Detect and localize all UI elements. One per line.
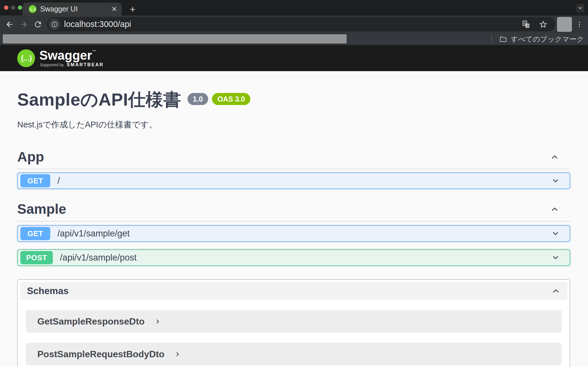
supported-by-text: Supported by: [40, 63, 64, 67]
forward-icon[interactable]: [19, 20, 28, 29]
tab-title: Swagger UI: [40, 5, 111, 13]
method-badge: POST: [20, 251, 53, 264]
tag-name-sample: Sample: [17, 201, 66, 217]
traffic-light-minimize[interactable]: [11, 5, 15, 10]
back-icon[interactable]: [5, 20, 14, 29]
bookmarks-redacted-region: [3, 34, 347, 43]
reload-icon[interactable]: [33, 20, 42, 29]
expand-chevron-down-icon[interactable]: [551, 176, 560, 185]
schemas-title: Schemas: [27, 286, 69, 296]
expand-chevron-down-icon[interactable]: [551, 229, 560, 238]
method-badge: GET: [20, 174, 50, 187]
schema-model-name: GetSampleResponseDto: [37, 316, 144, 327]
smartbear-brand: SMARTBEAR: [67, 62, 104, 67]
bookmark-star-icon[interactable]: [539, 20, 548, 29]
swagger-favicon-icon: {…}: [29, 5, 36, 13]
browser-tab[interactable]: {…} Swagger UI ✕: [22, 3, 122, 15]
new-tab-button[interactable]: +: [127, 3, 138, 15]
schema-model-postsamplerequestbodydto[interactable]: PostSampleRequestBodyDto ›: [26, 343, 562, 365]
browser-tab-strip: {…} Swagger UI ✕ +: [0, 0, 588, 15]
api-info-block: SampleのAPI仕様書 1.0 OAS 3.0 Nest.jsで作成したAP…: [17, 71, 570, 131]
traffic-light-close[interactable]: [4, 5, 8, 10]
operation-post-sample[interactable]: POST /api/v1/sample/post: [17, 249, 570, 266]
operation-get-root[interactable]: GET /: [17, 172, 570, 189]
oas-badge: OAS 3.0: [212, 93, 250, 105]
swagger-logo-icon: {…}: [17, 49, 35, 67]
supported-by-line: Supported by SMARTBEAR: [40, 62, 104, 67]
profile-avatar[interactable]: [557, 17, 572, 32]
swagger-page: SampleのAPI仕様書 1.0 OAS 3.0 Nest.jsで作成したAP…: [0, 71, 588, 367]
tag-name-app: App: [17, 149, 44, 165]
operation-path: /api/v1/sample/post: [60, 253, 137, 263]
api-description: Nest.jsで作成したAPIの仕様書です。: [17, 119, 570, 131]
translate-icon[interactable]: G文: [521, 20, 531, 29]
trademark-mark: ™: [92, 49, 96, 53]
expand-arrow-icon[interactable]: ›: [176, 348, 179, 360]
operation-get-sample[interactable]: GET /api/v1/sample/get: [17, 225, 570, 242]
browser-toolbar: localhost:3000/api G文: [0, 15, 588, 33]
swagger-logo-text: Swagger: [39, 48, 92, 62]
method-badge: GET: [20, 227, 50, 240]
expand-arrow-icon[interactable]: ›: [156, 316, 159, 327]
address-bar[interactable]: localhost:3000/api G文: [47, 17, 555, 31]
schema-model-name: PostSampleRequestBodyDto: [37, 349, 165, 360]
tag-section-app[interactable]: App: [17, 149, 570, 169]
site-info-icon[interactable]: [49, 18, 60, 30]
collapse-chevron-up-icon[interactable]: [550, 152, 559, 162]
tag-section-sample[interactable]: Sample: [17, 201, 570, 222]
svg-text:文: 文: [527, 24, 530, 27]
browser-menu-icon[interactable]: [575, 20, 584, 29]
page-title: SampleのAPI仕様書: [17, 90, 181, 109]
all-bookmarks-label: すべてのブックマーク: [511, 34, 584, 44]
url-text[interactable]: localhost:3000/api: [64, 20, 521, 29]
bookmarks-bar: すべてのブックマーク: [0, 33, 588, 45]
folder-icon: [499, 35, 507, 43]
bookmarks-divider: [491, 36, 492, 42]
collapse-chevron-up-icon[interactable]: [551, 286, 560, 296]
swagger-topbar: {…} Swagger™ Supported by SMARTBEAR: [0, 45, 588, 71]
swagger-wordmark: Swagger™ Supported by SMARTBEAR: [39, 49, 104, 67]
schema-model-getsampleresponsedto[interactable]: GetSampleResponseDto ›: [26, 310, 562, 333]
all-bookmarks-button[interactable]: すべてのブックマーク: [491, 33, 584, 45]
schemas-header[interactable]: Schemas: [20, 282, 567, 300]
expand-chevron-down-icon[interactable]: [551, 253, 560, 262]
tab-close-icon[interactable]: ✕: [111, 6, 117, 13]
version-badge: 1.0: [187, 93, 208, 105]
tab-list-chevron-icon[interactable]: [576, 4, 585, 12]
traffic-light-zoom[interactable]: [18, 5, 22, 10]
operation-path: /: [57, 176, 60, 186]
operation-path: /api/v1/sample/get: [57, 228, 130, 239]
schemas-section: Schemas GetSampleResponseDto › PostSampl…: [17, 279, 570, 367]
collapse-chevron-up-icon[interactable]: [550, 205, 559, 214]
